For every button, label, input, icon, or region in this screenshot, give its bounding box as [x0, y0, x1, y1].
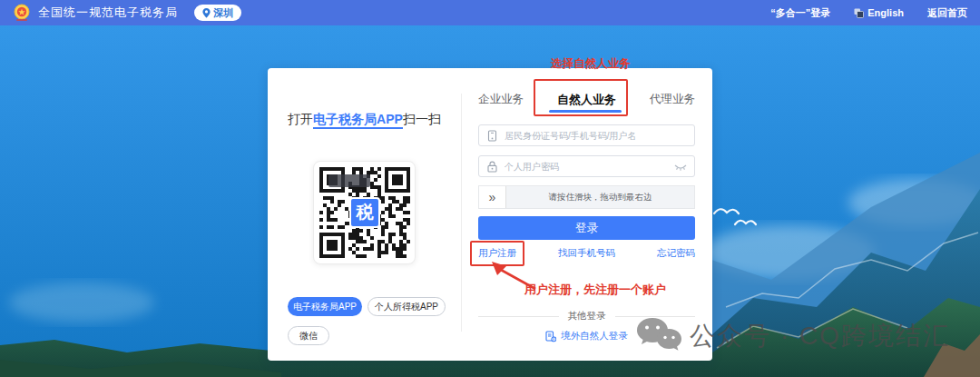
- lock-icon: [486, 161, 498, 173]
- translate-icon: [854, 8, 864, 18]
- etax-app-label: 电子税务局APP: [293, 301, 357, 313]
- recover-phone-link[interactable]: 找回手机号码: [558, 247, 615, 260]
- qr-overlay-artifact: [328, 174, 370, 187]
- personal-income-tax-app-tab[interactable]: 个人所得税APP: [368, 297, 446, 316]
- password-field: [478, 155, 695, 177]
- login-button[interactable]: 登录: [478, 216, 695, 240]
- etax-app-tab[interactable]: 电子税务局APP: [288, 297, 362, 316]
- scan-title-app-link[interactable]: 电子税务局APP: [313, 112, 403, 129]
- location-label: 深圳: [213, 6, 233, 20]
- tax-bureau-emblem-icon: [13, 4, 31, 22]
- qr-center-logo: 税: [349, 197, 380, 228]
- captcha-slider: » 请按住滑块，拖动到最右边: [478, 185, 695, 209]
- topbar-links: “多合一”登录 English 返回首页: [770, 6, 967, 20]
- id-card-icon: [486, 130, 498, 142]
- return-home-link[interactable]: 返回首页: [927, 6, 967, 20]
- watermark: 公众号 · CQ跨境结汇: [635, 316, 950, 356]
- qr-finder-icon: [385, 167, 410, 193]
- card-divider: [461, 94, 462, 332]
- qr-code: 税: [319, 167, 410, 258]
- annotation-select-tab-note: 选择自然人业务: [551, 56, 631, 72]
- qr-card: 税: [313, 161, 416, 264]
- slider-handle[interactable]: »: [479, 186, 506, 208]
- top-bar: 全国统一规范电子税务局 深圳 “多合一”登录 English 返回首页: [0, 0, 980, 25]
- passport-icon: [545, 331, 556, 342]
- scan-title: 打开电子税务局APP扫一扫: [268, 112, 461, 128]
- eye-off-icon[interactable]: [674, 163, 687, 172]
- password-input[interactable]: [503, 156, 675, 176]
- overseas-login-label: 境外自然人登录: [561, 330, 628, 342]
- tab-agent[interactable]: 代理业务: [650, 92, 695, 108]
- page: 全国统一规范电子税务局 深圳 “多合一”登录 English 返回首页: [0, 0, 980, 377]
- forgot-password-link[interactable]: 忘记密码: [657, 247, 695, 260]
- english-label: English: [867, 7, 904, 18]
- username-input[interactable]: [503, 125, 675, 145]
- location-badge[interactable]: 深圳: [194, 5, 241, 21]
- annotation-tab-highlight-box: [534, 79, 628, 116]
- watermark-text: 公众号 · CQ跨境结汇: [690, 319, 950, 353]
- location-pin-icon: [202, 8, 211, 18]
- other-login-label: 其他登录: [568, 310, 606, 322]
- multi-login-link[interactable]: “多合一”登录: [770, 6, 830, 20]
- slider-hint: 请按住滑块，拖动到最右边: [506, 186, 694, 208]
- wechat-label: 微信: [299, 330, 318, 342]
- annotation-register-note: 用户注册，先注册一个账户: [524, 282, 666, 298]
- username-field: [478, 124, 695, 146]
- english-link[interactable]: English: [854, 7, 904, 18]
- wechat-logo-icon: [635, 316, 682, 356]
- double-chevron-icon: »: [489, 190, 496, 204]
- scan-title-prefix: 打开: [288, 112, 313, 126]
- qr-center-char: 税: [357, 201, 374, 224]
- iit-app-label: 个人所得税APP: [375, 301, 438, 313]
- site-title: 全国统一规范电子税务局: [38, 5, 178, 21]
- tab-enterprise[interactable]: 企业业务: [478, 92, 524, 108]
- scan-title-suffix: 扫一扫: [403, 112, 441, 126]
- qr-finder-icon: [319, 233, 345, 258]
- wechat-login-tab[interactable]: 微信: [288, 326, 329, 345]
